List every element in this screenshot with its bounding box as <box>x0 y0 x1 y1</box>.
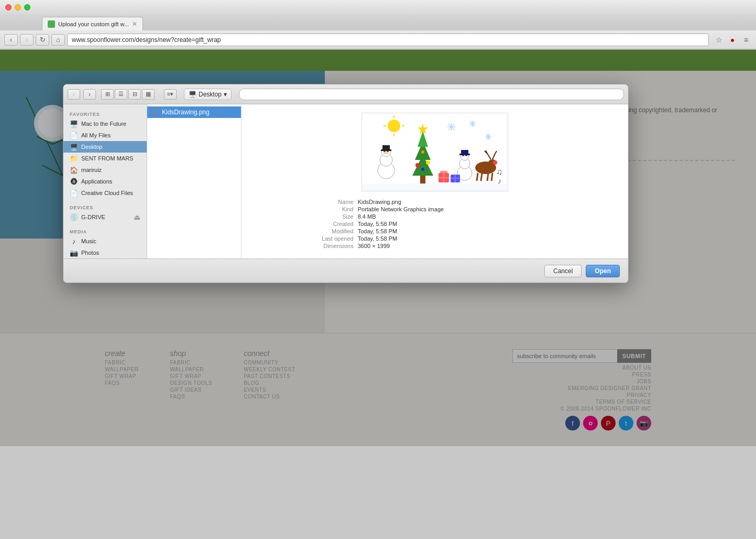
svg-point-51 <box>421 150 424 154</box>
sidebar-item-applications[interactable]: 🅐 Applications <box>63 176 147 187</box>
favorites-header: FAVORITES <box>63 109 147 118</box>
size-label: Size <box>251 213 357 220</box>
devices-header: DEVICES <box>63 202 147 211</box>
svg-rect-60 <box>381 149 391 151</box>
last-opened-value: Today, 5:58 PM <box>358 235 619 242</box>
file-icon <box>151 109 159 116</box>
menu-icon[interactable]: ≡ <box>740 34 752 46</box>
dialog-search-input[interactable] <box>239 89 624 100</box>
sidebar-item-label: Creative Cloud Files <box>81 190 133 196</box>
title-bar <box>0 0 756 15</box>
view-column-button[interactable]: ⊟ <box>128 89 141 100</box>
music-icon: ♪ <box>70 237 78 245</box>
eject-icon[interactable]: ⏏ <box>134 213 140 221</box>
dialog-body: FAVORITES 🖥️ Mac to the Future 📄 All My … <box>63 104 628 258</box>
sidebar-item-mariruiz[interactable]: 🏠 mariruiz <box>63 164 147 176</box>
file-item-label: KidsDrawing.png <box>162 109 210 116</box>
view-cover-button[interactable]: ▦ <box>142 89 155 100</box>
file-dialog: ‹ › ⊞ ☰ ⊟ ▦ ≡▾ 🖥️ Desktop ▾ <box>63 84 629 283</box>
sidebar-item-sent-from-mars[interactable]: 📁 SENT FROM MARS <box>63 153 147 164</box>
tab-close-button[interactable]: ✕ <box>132 20 137 28</box>
file-item-kidsdrawing[interactable]: KidsDrawing.png <box>147 106 241 118</box>
sidebar-item-label: Applications <box>81 178 112 185</box>
sidebar-item-label: Mac to the Future <box>81 121 126 127</box>
modified-label: Modified <box>251 228 357 234</box>
g-drive-icon: 💿 <box>70 213 78 221</box>
view-list-button[interactable]: ☰ <box>115 89 127 100</box>
address-bar[interactable]: www.spoonflower.com/designs/new?create=g… <box>67 34 709 46</box>
file-info-table: Name KidsDrawing.png Kind Portable Netwo… <box>250 198 620 250</box>
name-label: Name <box>251 199 357 205</box>
sidebar-item-creative-cloud[interactable]: 📄 Creative Cloud Files <box>63 187 147 199</box>
dimensions-label: Dimensions <box>251 243 357 249</box>
applications-icon: 🅐 <box>70 177 78 186</box>
photos-icon: 📷 <box>70 249 78 257</box>
sent-from-mars-icon: 📁 <box>70 154 78 163</box>
svg-point-50 <box>421 168 424 171</box>
bookmark-icon[interactable]: ☆ <box>713 34 725 46</box>
dialog-file-list: KidsDrawing.png <box>147 104 242 258</box>
svg-point-48 <box>415 163 420 167</box>
kind-value: Portable Network Graphics image <box>358 206 619 212</box>
browser-tab[interactable]: Upload your custom gift w... ✕ <box>42 17 143 30</box>
svg-line-77 <box>481 173 482 181</box>
media-header: MEDIA <box>63 226 147 235</box>
dialog-footer: Cancel Open <box>63 258 628 283</box>
dialog-toolbar: ‹ › ⊞ ☰ ⊟ ▦ ≡▾ 🖥️ Desktop ▾ <box>63 84 628 104</box>
creative-cloud-icon: 📄 <box>70 189 78 197</box>
sidebar-item-all-files[interactable]: 📄 All My Files <box>63 130 147 141</box>
back-button[interactable]: ‹ <box>4 34 18 46</box>
dimensions-value: 3600 × 1999 <box>358 243 619 249</box>
maximize-window-button[interactable] <box>24 4 30 10</box>
pinterest-icon[interactable]: ● <box>727 34 738 46</box>
svg-rect-47 <box>420 176 425 184</box>
sidebar-item-desktop[interactable]: 🖥️ Desktop <box>63 141 147 153</box>
svg-point-49 <box>426 160 430 165</box>
view-icon-button[interactable]: ⊞ <box>101 89 114 100</box>
dialog-forward-button[interactable]: › <box>83 89 96 100</box>
cancel-button[interactable]: Cancel <box>544 265 582 277</box>
created-value: Today, 5:58 PM <box>358 221 619 227</box>
toolbar-icons: ☆ ● ≡ <box>713 34 752 46</box>
location-label: Desktop <box>199 91 222 98</box>
tab-bar: Upload your custom gift w... ✕ <box>0 15 756 30</box>
sidebar-item-mac-to-future[interactable]: 🖥️ Mac to the Future <box>63 118 147 130</box>
svg-rect-101 <box>363 184 507 192</box>
sidebar-item-label: All My Files <box>81 132 111 138</box>
sidebar-item-g-drive[interactable]: 💿 G-DRIVE ⏏ <box>63 211 147 223</box>
sidebar-item-label: SENT FROM MARS <box>81 155 133 161</box>
svg-line-76 <box>477 173 478 181</box>
dialog-preview: ♫ ♪ Name KidsDrawing.png <box>242 104 628 258</box>
mac-to-future-icon: 🖥️ <box>70 120 78 128</box>
minimize-window-button[interactable] <box>15 4 21 10</box>
site-wrapper: 3. Confirm Copyright Please do not uploa… <box>0 50 756 446</box>
sidebar-item-photos[interactable]: 📷 Photos <box>63 247 147 258</box>
location-icon: 🖥️ <box>189 91 196 98</box>
name-value: KidsDrawing.png <box>358 199 619 205</box>
svg-line-72 <box>486 150 487 154</box>
sidebar-item-label: Music <box>81 238 96 244</box>
forward-button[interactable]: › <box>20 34 34 46</box>
svg-line-74 <box>495 151 497 154</box>
home-button[interactable]: ⌂ <box>51 34 65 46</box>
close-window-button[interactable] <box>5 4 12 10</box>
browser-chrome: Upload your custom gift w... ✕ ‹ › ↻ ⌂ w… <box>0 0 756 50</box>
desktop-icon: 🖥️ <box>70 143 78 151</box>
size-value: 8.4 MB <box>358 213 619 220</box>
dialog-sidebar: FAVORITES 🖥️ Mac to the Future 📄 All My … <box>63 104 147 258</box>
svg-text:♫: ♫ <box>496 167 502 176</box>
svg-rect-83 <box>440 171 447 173</box>
kind-label: Kind <box>251 206 357 212</box>
dialog-back-button[interactable]: ‹ <box>68 89 80 100</box>
location-chevron: ▾ <box>224 91 227 98</box>
browser-toolbar: ‹ › ↻ ⌂ www.spoonflower.com/designs/new?… <box>0 30 756 49</box>
sidebar-item-music[interactable]: ♪ Music <box>63 235 147 247</box>
svg-marker-46 <box>418 131 428 147</box>
url-text: www.spoonflower.com/designs/new?create=g… <box>72 36 221 44</box>
sidebar-item-label: Photos <box>81 250 99 256</box>
location-selector[interactable]: 🖥️ Desktop ▾ <box>184 89 232 100</box>
sort-button[interactable]: ≡▾ <box>164 89 177 100</box>
refresh-button[interactable]: ↻ <box>36 34 49 46</box>
svg-line-73 <box>492 154 495 159</box>
open-button[interactable]: Open <box>586 265 620 277</box>
